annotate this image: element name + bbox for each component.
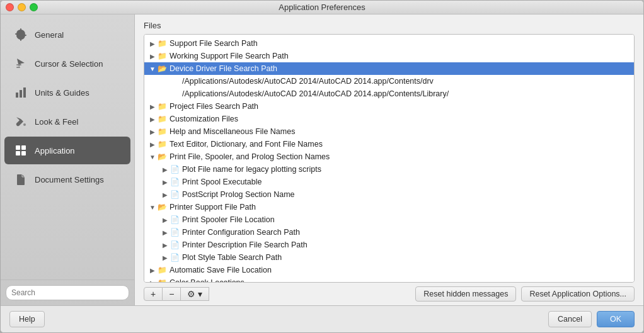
reset-hidden-messages-button[interactable]: Reset hidden messages (415, 286, 516, 302)
svg-rect-2 (16, 93, 18, 98)
search-input[interactable] (6, 285, 129, 300)
tree-row-selected[interactable]: ▼ 📂 Device Driver File Search Path (144, 62, 634, 75)
tree-row[interactable]: ▶ 📁 Automatic Save File Location (144, 264, 634, 276)
expand-arrow-icon: ▶ (161, 190, 170, 199)
tree-row[interactable]: ▶ 📁 Project Files Search Path (144, 100, 634, 113)
tree-item-label: Print Spooler File Location (182, 215, 630, 224)
tree-item-label: Plot Style Table Search Path (182, 253, 630, 262)
minimize-button[interactable] (18, 3, 26, 11)
file-icon: 📄 (170, 189, 180, 200)
ok-button[interactable]: OK (597, 311, 635, 327)
expand-arrow-icon: ▶ (148, 39, 157, 48)
tree-row[interactable]: ▼ 📂 Print File, Spooler, and Prolog Sect… (144, 150, 634, 163)
svg-rect-1 (16, 67, 20, 68)
cancel-button[interactable]: Cancel (548, 311, 592, 327)
svg-rect-8 (16, 151, 20, 155)
maximize-button[interactable] (30, 3, 38, 11)
folder-icon: 📁 (157, 265, 167, 275)
expand-arrow-icon: ▼ (148, 152, 157, 161)
title-bar: Application Preferences (1, 1, 643, 14)
tree-item-label: Printer Description File Search Path (182, 240, 630, 249)
tree-row[interactable]: ▶ 📁 Working Support File Search Path (144, 50, 634, 62)
tree-row[interactable]: ▶ /Applications/Autodesk/AutoCAD 2014/Au… (144, 75, 634, 87)
none-icon (170, 76, 180, 86)
expand-arrow-icon: ▶ (161, 253, 170, 262)
expand-arrow-icon: ▼ (148, 203, 157, 212)
tree-row[interactable]: ▶ 📁 Support File Search Path (144, 37, 634, 50)
tree-item-label: Text Editor, Dictionary, and Font File N… (170, 140, 630, 149)
tree-row[interactable]: ▶ 📄 Plot File name for legacy plotting s… (144, 163, 634, 176)
sidebar-search-area (1, 279, 134, 305)
cursor-icon (13, 56, 28, 71)
file-icon: 📄 (170, 215, 180, 225)
folder-icon: 📁 (157, 278, 167, 283)
tree-row[interactable]: ▶ 📄 Print Spool Executable (144, 176, 634, 188)
expand-arrow-icon: ▶ (161, 165, 170, 174)
sidebar-item-look-feel[interactable]: Look & Feel (4, 108, 130, 135)
expand-arrow-icon: ▶ (148, 140, 157, 149)
svg-rect-7 (21, 145, 26, 150)
add-button[interactable]: + (144, 287, 163, 301)
tree-item-label: Support File Search Path (170, 39, 630, 48)
tree-row[interactable]: ▶ 📁 Help and Miscellaneous File Names (144, 125, 634, 138)
paint-icon (13, 114, 28, 129)
folder-icon: 📁 (157, 139, 167, 149)
gear-icon (13, 27, 28, 42)
sidebar-item-general[interactable]: General (4, 21, 130, 48)
tree-row[interactable]: ▶ 📄 Print Spooler File Location (144, 213, 634, 226)
sidebar-item-cursor-selection[interactable]: Cursor & Selection (4, 50, 130, 77)
folder-icon: 📁 (157, 51, 167, 61)
tree-row[interactable]: ▶ 📄 Printer Configuration Search Path (144, 226, 634, 239)
tree-row[interactable]: ▼ 📂 Printer Support File Path (144, 201, 634, 213)
sidebar-item-document-settings[interactable]: Document Settings (4, 166, 130, 193)
tree-item-label: Color Book Locations (170, 278, 630, 283)
folder-open-icon: 📂 (157, 64, 167, 74)
tree-item-label: Print File, Spooler, and Prolog Section … (170, 152, 630, 161)
tree-row[interactable]: ▶ 📁 Color Book Locations (144, 276, 634, 283)
tree-row[interactable]: ▶ 📄 Printer Description File Search Path (144, 239, 634, 251)
reset-application-options-button[interactable]: Reset Application Options... (521, 286, 635, 302)
sidebar-item-look-label: Look & Feel (35, 117, 78, 127)
tree-row[interactable]: ▶ 📁 Text Editor, Dictionary, and Font Fi… (144, 138, 634, 150)
svg-rect-6 (16, 145, 20, 150)
sidebar-nav: General Cursor & Selection (1, 14, 134, 279)
tree-item-label: Working Support File Search Path (170, 52, 630, 60)
main-content: General Cursor & Selection (1, 14, 643, 305)
tree-row[interactable]: ▶ 📄 PostScript Prolog Section Name (144, 188, 634, 201)
close-button[interactable] (6, 3, 14, 11)
file-icon: 📄 (170, 227, 180, 237)
sidebar-item-cursor-label: Cursor & Selection (35, 59, 103, 69)
tree-item-label: Print Spool Executable (182, 178, 630, 186)
application-preferences-window: Application Preferences General (0, 0, 644, 333)
folder-open-icon: 📂 (157, 152, 167, 162)
settings-button[interactable]: ⚙ ▾ (181, 287, 209, 301)
sidebar-item-application-label: Application (35, 146, 75, 155)
expand-arrow-icon: ▶ (161, 228, 170, 237)
app-icon (13, 143, 28, 158)
tree-item-label: /Applications/Autodesk/AutoCAD 2014/Auto… (182, 89, 630, 98)
svg-rect-9 (21, 151, 26, 155)
expand-arrow-icon: ▶ (148, 52, 157, 60)
tree-row[interactable]: ▶ 📄 Plot Style Table Search Path (144, 251, 634, 264)
tree-item-label: Device Driver File Search Path (170, 64, 630, 73)
svg-rect-3 (20, 90, 22, 98)
folder-icon: 📁 (157, 127, 167, 137)
remove-button[interactable]: − (163, 287, 181, 301)
folder-icon: 📁 (157, 101, 167, 111)
help-button[interactable]: Help (9, 311, 45, 327)
file-tree-container[interactable]: ▶ 📁 Support File Search Path ▶ 📁 Working… (144, 34, 635, 283)
window-title: Application Preferences (279, 3, 365, 12)
svg-rect-0 (16, 64, 21, 65)
svg-rect-4 (23, 87, 26, 98)
sidebar-item-document-label: Document Settings (35, 175, 104, 184)
tree-item-label: Plot File name for legacy plotting scrip… (182, 165, 630, 174)
panel-header: Files (135, 14, 643, 34)
tree-row[interactable]: ▶ 📁 Customization Files (144, 113, 634, 125)
tree-item-label: Printer Support File Path (170, 203, 630, 212)
sidebar-item-application[interactable]: Application (4, 137, 130, 164)
sidebar: General Cursor & Selection (1, 14, 135, 305)
expand-arrow-icon: ▶ (148, 127, 157, 136)
tree-row[interactable]: ▶ /Applications/Autodesk/AutoCAD 2014/Au… (144, 87, 634, 100)
sidebar-item-units-guides[interactable]: Units & Guides (4, 79, 130, 106)
tree-item-label: Customization Files (170, 115, 630, 123)
